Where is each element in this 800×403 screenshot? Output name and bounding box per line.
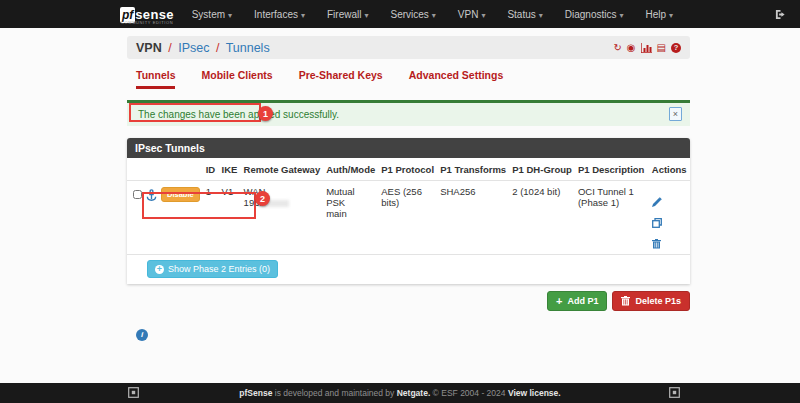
header-p1-protocol: P1 Protocol (378, 158, 437, 181)
menu-vpn[interactable]: VPN▾ (458, 9, 486, 20)
caret-down-icon: ▾ (228, 11, 232, 20)
breadcrumb-vpn: VPN (136, 41, 162, 55)
caret-down-icon: ▾ (539, 11, 543, 20)
menu-services[interactable]: Services▾ (390, 9, 435, 20)
footer-mid: is developed and maintained by (272, 388, 396, 398)
annotation-badge-2: 2 (255, 191, 270, 206)
info-row: i (127, 323, 690, 341)
footer-pfsense: pfSense (239, 388, 272, 398)
menu-help[interactable]: Help▾ (646, 9, 674, 20)
trash-icon (621, 296, 630, 306)
menu-label: Interfaces (254, 9, 298, 20)
phase2-row: + Show Phase 2 Entries (0) (127, 255, 690, 285)
menu-label: Status (507, 9, 535, 20)
add-p1-button[interactable]: + Add P1 (547, 291, 607, 311)
header-icons: ↻ ◉ ▤ ? (613, 43, 681, 53)
delete-p1s-button[interactable]: Delete P1s (612, 291, 690, 311)
auth-mode-mode: main (326, 208, 347, 219)
header-remote-gateway: Remote Gateway (241, 158, 324, 181)
caret-down-icon: ▾ (432, 11, 436, 20)
ipsec-tunnels-panel: IPsec Tunnels ID IKE Remote Gateway Auth… (127, 138, 690, 284)
tab-mobile-clients[interactable]: Mobile Clients (201, 69, 272, 89)
cell-actions (649, 181, 690, 255)
tunnels-table: ID IKE Remote Gateway Auth/Mode P1 Proto… (127, 158, 690, 284)
caret-down-icon: ▾ (301, 11, 305, 20)
caret-down-icon: ▾ (669, 11, 673, 20)
caret-down-icon: ▾ (481, 11, 485, 20)
plus-icon: + (556, 297, 562, 306)
status-list-icon[interactable]: ▤ (657, 43, 666, 53)
edit-pencil-icon[interactable] (652, 197, 687, 207)
add-p1-label: Add P1 (567, 296, 598, 306)
disable-button[interactable]: Disable (161, 187, 200, 202)
breadcrumb-separator: / (216, 41, 219, 55)
header-controls (127, 158, 203, 181)
pfsense-logo[interactable]: pfsense COMMUNITY EDITION (120, 6, 174, 22)
breadcrumb-tunnels[interactable]: Tunnels (226, 41, 270, 55)
annotation-badge-1: 1 (258, 106, 273, 121)
footer: pfSense is developed and maintained by N… (0, 383, 800, 403)
chart-icon[interactable] (641, 43, 652, 53)
cell-p1-protocol: AES (256 bits) (378, 181, 437, 255)
help-icon[interactable]: ? (671, 43, 681, 53)
cell-remote-gateway: WAN 193. (241, 181, 324, 255)
record-status-icon[interactable]: ◉ (627, 43, 636, 53)
header-p1-transforms: P1 Transforms (437, 158, 509, 181)
header-actions: Actions (649, 158, 690, 181)
menu-status[interactable]: Status▾ (507, 9, 542, 20)
logo-tagline: COMMUNITY EDITION (121, 21, 173, 25)
header-id: ID (203, 158, 219, 181)
tab-pre-shared-keys[interactable]: Pre-Shared Keys (299, 69, 383, 89)
header-ike: IKE (219, 158, 241, 181)
cell-p1-description: OCI Tunnel 1 (Phase 1) (575, 181, 649, 255)
breadcrumb-separator: / (168, 41, 171, 55)
scroll-anchor-icon-left[interactable] (128, 387, 139, 398)
tab-bar: Tunnels Mobile Clients Pre-Shared Keys A… (127, 69, 690, 89)
menu-label: Help (646, 9, 667, 20)
plus-circle-icon: + (155, 265, 164, 274)
menu-label: System (192, 9, 225, 20)
tab-advanced-settings[interactable]: Advanced Settings (409, 69, 504, 89)
cell-p1-transforms: SHA256 (437, 181, 509, 255)
menu-firewall[interactable]: Firewall▾ (327, 9, 368, 20)
delete-trash-icon[interactable] (652, 239, 687, 249)
header-p1-dh-group: P1 DH-Group (509, 158, 575, 181)
anchor-icon[interactable] (146, 189, 157, 201)
header-p1-description: P1 Description (575, 158, 649, 181)
cell-auth-mode: Mutual PSK main (323, 181, 378, 255)
main-menu: System▾ Interfaces▾ Firewall▾ Services▾ … (192, 9, 673, 20)
menu-label: Services (390, 9, 428, 20)
caret-down-icon: ▾ (620, 11, 624, 20)
footer-text: pfSense is developed and maintained by N… (239, 388, 560, 398)
refresh-icon[interactable]: ↻ (613, 43, 621, 53)
table-header-row: ID IKE Remote Gateway Auth/Mode P1 Proto… (127, 158, 690, 181)
cell-id: 1 (203, 181, 219, 255)
menu-system[interactable]: System▾ (192, 9, 232, 20)
scroll-anchor-icon-right[interactable] (669, 387, 680, 398)
close-icon[interactable]: × (669, 107, 682, 121)
panel-title: IPsec Tunnels (127, 138, 690, 158)
footer-view-license-link[interactable]: View license. (508, 388, 561, 398)
menu-label: Diagnostics (565, 9, 617, 20)
menu-diagnostics[interactable]: Diagnostics▾ (565, 9, 624, 20)
footer-netgate: Netgate. (397, 388, 431, 398)
show-phase2-label: Show Phase 2 Entries (0) (168, 264, 270, 274)
tunnel-row: Disable 1 V1 WAN 193. Mutual PSK main (127, 181, 690, 255)
show-phase2-button[interactable]: + Show Phase 2 Entries (0) (147, 260, 278, 278)
tab-tunnels[interactable]: Tunnels (136, 69, 175, 89)
menu-label: VPN (458, 9, 479, 20)
success-alert: The changes have been applied successful… (127, 100, 690, 126)
logout-icon[interactable] (775, 9, 786, 20)
menu-interfaces[interactable]: Interfaces▾ (254, 9, 305, 20)
row-checkbox[interactable] (133, 190, 142, 199)
delete-p1s-label: Delete P1s (635, 296, 681, 306)
info-icon[interactable]: i (136, 329, 148, 341)
top-navbar: pfsense COMMUNITY EDITION System▾ Interf… (0, 0, 800, 28)
breadcrumb-ipsec[interactable]: IPsec (178, 41, 209, 55)
alert-message: The changes have been applied successful… (135, 108, 342, 121)
caret-down-icon: ▾ (364, 11, 368, 20)
pfsense-page: pfsense COMMUNITY EDITION System▾ Interf… (0, 0, 800, 403)
breadcrumb-bar: VPN / IPsec / Tunnels ↻ ◉ ▤ ? (127, 36, 690, 59)
breadcrumb: VPN / IPsec / Tunnels (136, 41, 270, 55)
copy-icon[interactable] (652, 218, 687, 228)
